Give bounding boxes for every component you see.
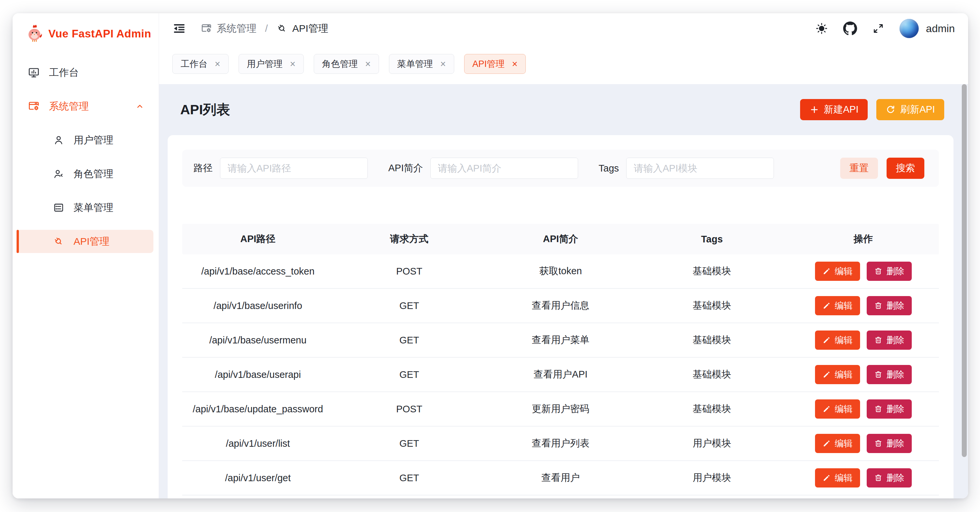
role-icon: [53, 168, 64, 180]
sidebar-item-roles[interactable]: 角色管理: [13, 162, 159, 186]
filter-actions: 重置 搜索: [840, 157, 924, 179]
delete-label: 删除: [886, 265, 904, 277]
tab-label: 用户管理: [247, 58, 283, 70]
edit-button[interactable]: 编辑: [815, 262, 860, 281]
edit-button[interactable]: 编辑: [815, 296, 860, 315]
new-api-button[interactable]: 新建API: [800, 99, 868, 120]
github-icon[interactable]: [843, 22, 857, 35]
delete-button[interactable]: 删除: [867, 434, 912, 453]
username[interactable]: admin: [926, 22, 955, 35]
tab-roles[interactable]: 角色管理 ×: [314, 54, 379, 74]
window-gear-icon: [28, 100, 40, 112]
sidebar-submenu-system: 用户管理 角色管理: [13, 129, 159, 253]
cell-api-path: /api/v1/user/list: [182, 438, 334, 449]
table-row: /api/v1/user/list GET 查看用户列表 用户模块 编辑 删除: [182, 426, 939, 461]
scrollbar-thumb[interactable]: [962, 84, 967, 457]
path-input[interactable]: [220, 157, 368, 179]
cell-tags: 用户模块: [636, 437, 788, 450]
edit-button[interactable]: 编辑: [815, 331, 860, 350]
user-avatar[interactable]: [899, 19, 919, 38]
new-api-label: 新建API: [824, 103, 859, 116]
tab-close-icon[interactable]: ×: [365, 59, 371, 69]
column-header-tags: Tags: [636, 234, 788, 245]
tab-bar: 工作台 × 用户管理 × 角色管理 × 菜单管理 × API管理 ×: [159, 44, 968, 84]
pencil-icon: [822, 474, 831, 482]
tab-label: 工作台: [181, 58, 207, 70]
sidebar-item-api[interactable]: API管理: [17, 230, 153, 253]
edit-button[interactable]: 编辑: [815, 434, 860, 453]
search-button[interactable]: 搜索: [886, 157, 924, 179]
app-window: Vue FastAPI Admin 工作台: [13, 13, 968, 498]
summary-input[interactable]: [430, 157, 578, 179]
delete-button[interactable]: 删除: [867, 365, 912, 384]
sidebar-item-label: API管理: [73, 235, 109, 248]
edit-button[interactable]: 编辑: [815, 399, 860, 418]
delete-label: 删除: [886, 437, 904, 449]
breadcrumb-item-system[interactable]: 系统管理: [201, 22, 256, 35]
sidebar-item-label: 工作台: [49, 66, 79, 80]
cell-method: POST: [334, 404, 485, 415]
edit-label: 编辑: [835, 334, 853, 346]
cell-api-path: /api/v1/base/update_password: [182, 404, 334, 415]
tab-close-icon[interactable]: ×: [215, 59, 220, 69]
trash-icon: [874, 336, 883, 344]
cell-tags: 基础模块: [636, 334, 788, 347]
tab-workbench[interactable]: 工作台 ×: [172, 54, 229, 74]
sidebar-item-users[interactable]: 用户管理: [13, 129, 159, 152]
cell-method: GET: [334, 301, 485, 311]
api-table: API路径 请求方式 API简介 Tags 操作 /api/v1/base/ac…: [182, 224, 939, 495]
cell-tags: 基础模块: [636, 265, 788, 278]
sidebar-item-system[interactable]: 系统管理: [13, 95, 159, 118]
pencil-icon: [822, 405, 831, 413]
cell-actions: 编辑 删除: [788, 365, 939, 384]
monitor-icon: [28, 67, 40, 78]
delete-button[interactable]: 删除: [867, 331, 912, 350]
collapse-sidebar-icon[interactable]: [172, 22, 186, 35]
cell-method: GET: [334, 472, 485, 483]
reset-button[interactable]: 重置: [840, 157, 878, 179]
delete-button[interactable]: 删除: [867, 296, 912, 315]
edit-label: 编辑: [835, 403, 853, 415]
delete-button[interactable]: 删除: [867, 468, 912, 488]
tab-close-icon[interactable]: ×: [512, 59, 517, 69]
edit-label: 编辑: [835, 265, 853, 277]
cell-api-path: /api/v1/base/usermenu: [182, 335, 334, 346]
delete-button[interactable]: 删除: [867, 262, 912, 281]
trash-icon: [874, 370, 883, 379]
fullscreen-icon[interactable]: [872, 22, 884, 35]
column-header-actions: 操作: [788, 232, 939, 246]
filter-group-path: 路径: [194, 157, 368, 179]
sidebar-item-menus[interactable]: 菜单管理: [13, 196, 159, 219]
refresh-api-button[interactable]: 刷新API: [876, 99, 944, 120]
delete-button[interactable]: 删除: [867, 399, 912, 418]
table-row: /api/v1/base/usermenu GET 查看用户菜单 基础模块 编辑…: [182, 323, 939, 358]
delete-label: 删除: [886, 334, 904, 346]
pencil-icon: [822, 439, 831, 448]
tab-api[interactable]: API管理 ×: [464, 54, 526, 74]
breadcrumb-item-api[interactable]: API管理: [276, 22, 328, 35]
table-row: /api/v1/base/access_token POST 获取token 基…: [182, 254, 939, 289]
tags-input[interactable]: [626, 157, 774, 179]
api-plug-icon: [53, 236, 64, 247]
edit-button[interactable]: 编辑: [815, 365, 860, 384]
table-body: /api/v1/base/access_token POST 获取token 基…: [182, 254, 939, 495]
trash-icon: [874, 474, 883, 482]
cell-tags: 基础模块: [636, 299, 788, 312]
cell-actions: 编辑 删除: [788, 296, 939, 315]
logo: Vue FastAPI Admin: [13, 13, 159, 43]
list-panel: 路径 API简介 Tags 重置 搜索: [168, 135, 953, 498]
tab-close-icon[interactable]: ×: [440, 59, 446, 69]
pencil-icon: [822, 370, 831, 379]
cell-tags: 基础模块: [636, 402, 788, 416]
main-area: 系统管理 / API管理: [159, 13, 968, 498]
page-header-actions: 新建API 刷新API: [800, 99, 945, 120]
tab-users[interactable]: 用户管理 ×: [239, 54, 304, 74]
edit-button[interactable]: 编辑: [815, 468, 860, 488]
tab-close-icon[interactable]: ×: [290, 59, 296, 69]
edit-label: 编辑: [835, 369, 853, 380]
app-title: Vue FastAPI Admin: [48, 27, 151, 40]
api-plug-icon: [276, 23, 288, 34]
tab-menus[interactable]: 菜单管理 ×: [389, 54, 454, 74]
sidebar-item-workbench[interactable]: 工作台: [13, 61, 159, 84]
theme-sun-icon[interactable]: [815, 22, 828, 35]
